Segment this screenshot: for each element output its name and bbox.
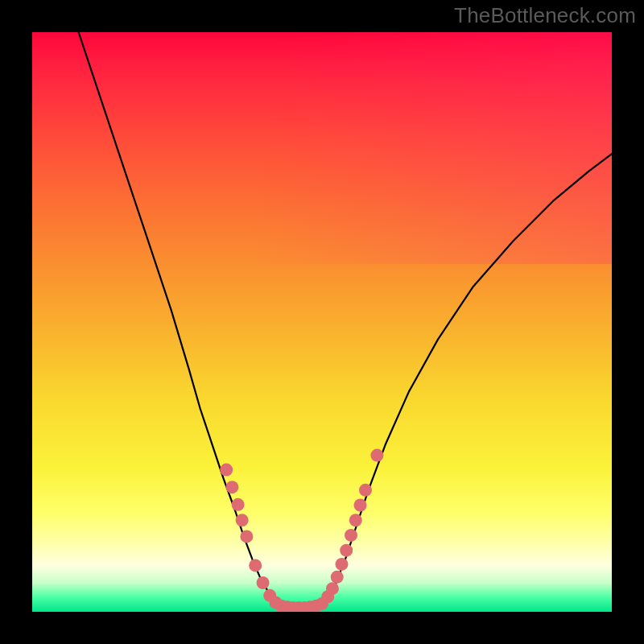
highlight-dot xyxy=(249,559,262,572)
highlight-dot xyxy=(220,464,233,477)
curve-group xyxy=(79,32,612,609)
marker-group xyxy=(220,449,383,612)
highlight-dot xyxy=(236,514,249,526)
plot-area xyxy=(32,32,612,612)
highlight-dot xyxy=(370,449,383,462)
highlight-dot xyxy=(345,529,357,542)
highlight-dot xyxy=(240,530,253,543)
highlight-dot xyxy=(340,544,353,557)
highlight-dot xyxy=(326,582,339,595)
highlight-dot xyxy=(335,558,348,571)
highlight-dot xyxy=(331,571,344,584)
highlight-dot xyxy=(225,481,238,493)
highlight-dot xyxy=(359,484,372,497)
highlight-dot xyxy=(232,498,245,511)
highlight-dot xyxy=(257,576,270,589)
bottleneck-curve xyxy=(79,32,612,609)
highlight-dot xyxy=(354,499,367,512)
highlight-dot xyxy=(349,514,362,526)
watermark-text: TheBottleneck.com xyxy=(454,3,636,28)
chart-frame: TheBottleneck.com xyxy=(0,0,644,644)
curve-layer xyxy=(32,32,612,612)
